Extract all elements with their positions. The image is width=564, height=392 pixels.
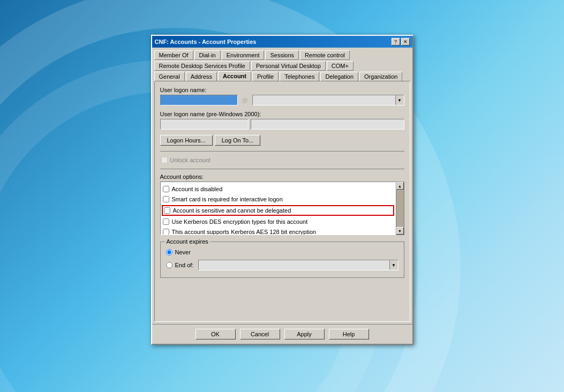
never-radio[interactable] xyxy=(166,249,172,255)
title-bar-buttons: ? ✕ xyxy=(392,38,410,46)
properties-dialog: CNF: Accounts - Account Properties ? ✕ M… xyxy=(151,35,413,345)
pre2000-username-input[interactable] xyxy=(251,119,404,130)
end-of-value xyxy=(199,260,389,270)
tab-profile[interactable]: Profile xyxy=(252,72,279,81)
cancel-button[interactable]: Cancel xyxy=(240,329,280,340)
end-of-label: End of: xyxy=(175,262,194,268)
log-on-to-button[interactable]: Log On To... xyxy=(215,135,261,146)
divider-2 xyxy=(160,169,404,169)
dialog-footer: OK Cancel Apply Help xyxy=(152,324,412,344)
tab-account[interactable]: Account xyxy=(218,71,251,81)
tab-telephones[interactable]: Telephones xyxy=(280,72,319,81)
domain-value xyxy=(253,95,395,105)
option-disabled-row: Account is disabled xyxy=(162,185,394,193)
account-options-container: Account is disabled Smart card is requir… xyxy=(160,182,404,235)
kerberos-des-checkbox[interactable] xyxy=(163,218,169,225)
account-options-label: Account options: xyxy=(160,174,404,180)
tab-address[interactable]: Address xyxy=(186,72,217,81)
tab-general[interactable]: General xyxy=(154,72,185,81)
sensitive-checkbox[interactable] xyxy=(164,207,170,214)
options-scrollbar[interactable]: ▲ ▼ xyxy=(396,182,404,235)
account-disabled-label: Account is disabled xyxy=(172,186,223,192)
tab-member-of[interactable]: Member Of xyxy=(154,50,193,60)
domain-dropdown[interactable]: ▼ xyxy=(252,95,404,105)
title-bar-text: CNF: Accounts - Account Properties xyxy=(155,39,257,45)
content-area: User logon name: @ ▼ User logon name (pr… xyxy=(154,81,410,322)
option-kerberos-aes-row: This account supports Kerberos AES 128 b… xyxy=(162,228,394,235)
unlock-account-checkbox[interactable] xyxy=(161,157,168,163)
logon-hours-button[interactable]: Logon Hours... xyxy=(160,135,213,146)
divider-1 xyxy=(160,151,404,152)
option-sensitive-row: Account is sensitive and cannot be deleg… xyxy=(162,205,394,216)
help-button[interactable]: Help xyxy=(329,329,369,340)
pre2000-domain-input[interactable] xyxy=(160,119,249,130)
domain-separator: @ xyxy=(240,97,250,103)
close-title-button[interactable]: ✕ xyxy=(401,38,410,46)
user-logon-input[interactable] xyxy=(160,95,238,105)
tabs-container: Member Of Dial-in Environment Sessions R… xyxy=(152,48,412,81)
kerberos-des-label: Use Kerberos DES encryption types for th… xyxy=(172,218,308,225)
user-logon-row: @ ▼ xyxy=(160,95,404,105)
unlock-account-label: Unlock account xyxy=(170,157,210,163)
logon-buttons-row: Logon Hours... Log On To... xyxy=(160,135,404,146)
title-bar: CNF: Accounts - Account Properties ? ✕ xyxy=(152,36,412,48)
account-disabled-checkbox[interactable] xyxy=(163,186,169,192)
account-options-box[interactable]: Account is disabled Smart card is requir… xyxy=(160,182,396,235)
option-smartcard-row: Smart card is required for interactive l… xyxy=(162,195,394,203)
account-expires-group: Account expires Never End of: ▼ xyxy=(160,242,404,278)
apply-button[interactable]: Apply xyxy=(284,329,325,340)
tab-personal-vd[interactable]: Personal Virtual Desktop xyxy=(251,61,326,71)
never-row: Never xyxy=(165,248,400,257)
option-kerberos-des-row: Use Kerberos DES encryption types for th… xyxy=(162,217,394,226)
tab-com-plus[interactable]: COM+ xyxy=(327,61,354,71)
kerberos-aes-label: This account supports Kerberos AES 128 b… xyxy=(172,229,317,235)
ok-button[interactable]: OK xyxy=(195,329,236,340)
tab-sessions[interactable]: Sessions xyxy=(265,50,299,60)
tab-environment[interactable]: Environment xyxy=(222,50,265,60)
scroll-down-button[interactable]: ▼ xyxy=(396,227,404,235)
smartcard-label: Smart card is required for interactive l… xyxy=(172,196,283,202)
scroll-track xyxy=(396,190,404,227)
smartcard-checkbox[interactable] xyxy=(163,196,169,202)
end-of-dropdown-arrow[interactable]: ▼ xyxy=(389,260,398,270)
tab-delegation[interactable]: Delegation xyxy=(320,72,358,81)
tab-row-1: Member Of Dial-in Environment Sessions R… xyxy=(154,50,410,59)
sensitive-label: Account is sensitive and cannot be deleg… xyxy=(173,207,291,214)
unlock-account-row: Unlock account xyxy=(160,156,404,164)
pre2000-label: User logon name (pre-Windows 2000): xyxy=(160,111,404,117)
tab-row-2: Remote Desktop Services Profile Personal… xyxy=(154,61,410,70)
kerberos-aes-checkbox[interactable] xyxy=(163,229,169,235)
tab-organization[interactable]: Organization xyxy=(359,72,402,81)
tab-row-3: General Address Account Profile Telephon… xyxy=(154,71,410,81)
tab-dial-in[interactable]: Dial-in xyxy=(194,50,221,60)
account-expires-label: Account expires xyxy=(165,238,210,245)
user-logon-label: User logon name: xyxy=(160,87,404,93)
end-of-row: End of: ▼ xyxy=(165,259,400,272)
tab-remote-desktop[interactable]: Remote Desktop Services Profile xyxy=(154,61,250,71)
domain-dropdown-arrow[interactable]: ▼ xyxy=(395,95,404,105)
help-title-button[interactable]: ? xyxy=(392,38,400,46)
never-label: Never xyxy=(175,249,191,255)
tab-remote-control[interactable]: Remote control xyxy=(300,50,350,60)
end-of-dropdown[interactable]: ▼ xyxy=(198,260,398,270)
end-of-radio[interactable] xyxy=(166,262,172,268)
pre2000-row xyxy=(160,119,404,130)
scroll-up-button[interactable]: ▲ xyxy=(396,182,404,190)
